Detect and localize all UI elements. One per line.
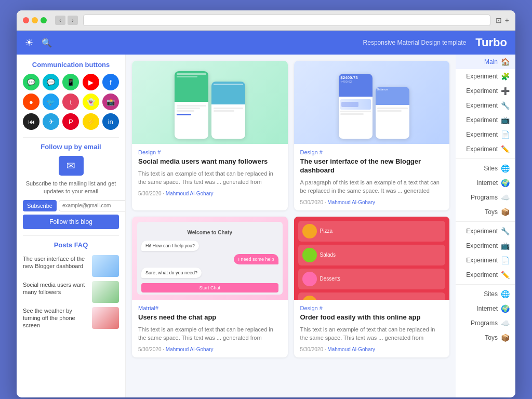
social-btn-pinterest[interactable]: P: [62, 113, 79, 130]
social-btn-reddit[interactable]: ●: [23, 94, 39, 110]
social-btn-instagram[interactable]: 📸: [102, 94, 119, 110]
search-icon[interactable]: 🔍: [42, 38, 52, 48]
sidebar-label-sites: Sites: [484, 165, 498, 172]
close-dot[interactable]: [23, 17, 29, 23]
card-meta-3: 5/30/2020 · Mahmoud Al-Gohary: [138, 347, 282, 352]
header-tagline: Responsive Material Design template: [363, 39, 467, 46]
new-tab-button[interactable]: +: [505, 16, 509, 24]
social-btn-snapchat2[interactable]: ⚡: [83, 113, 99, 130]
sidebar-item-sites-2[interactable]: Sites 🌐: [456, 287, 515, 301]
sidebar-item-exp7[interactable]: Experiment 🔧: [456, 224, 515, 238]
card-1[interactable]: Design # Social media users want many fo…: [132, 61, 288, 210]
social-btn-facebook[interactable]: f: [102, 74, 119, 90]
social-btn-telegram[interactable]: ✈: [43, 113, 59, 130]
card-meta-2: 5/30/2020 · Mahmoud Al-Gohary: [300, 200, 444, 205]
phone-3: $2400.73 +450.62: [339, 74, 373, 139]
nav-back-button[interactable]: ‹: [55, 16, 65, 25]
card-title-4: Order food easily with this online app: [300, 313, 444, 322]
card-2[interactable]: $2400.73 +450.62: [294, 61, 450, 210]
faq-thumb-3: [92, 307, 119, 329]
share-button[interactable]: ⊡: [496, 16, 502, 24]
card-title-1: Social media users want many followers: [138, 157, 282, 166]
card-body-2: Design # The user interface of the new B…: [294, 144, 450, 210]
sidebar-item-main[interactable]: Main 🏠: [456, 55, 515, 69]
minimize-dot[interactable]: [32, 17, 38, 23]
chat-bubble-right-1: I need some help: [234, 254, 278, 264]
theme-toggle-icon[interactable]: ☀: [25, 37, 33, 48]
email-section: ✉ Subscribe to the mailing list and get …: [23, 156, 119, 229]
social-btn-chat[interactable]: 💬: [43, 74, 59, 90]
app-header: ☀ 🔍 Responsive Material Design template …: [17, 31, 515, 55]
food-circle-desserts: [302, 272, 317, 286]
card-image-1: [132, 61, 288, 144]
browser-nav: ‹ ›: [55, 16, 78, 25]
chat-cta-button[interactable]: Start Chat: [141, 283, 278, 292]
doc-icon-2: 📄: [501, 256, 510, 264]
globe-icon: 🌐: [501, 164, 510, 172]
sidebar-item-programs[interactable]: Programs ☁️: [456, 190, 515, 205]
social-btn-next1[interactable]: ⏮: [23, 113, 39, 130]
card-category-1: Design #: [138, 149, 282, 155]
sidebar-item-exp3[interactable]: Experiment 🔧: [456, 98, 515, 113]
sidebar-label-main: Main: [484, 58, 498, 65]
email-input[interactable]: [59, 200, 126, 211]
sidebar-item-sites[interactable]: Sites 🌐: [456, 161, 515, 176]
social-btn-twitter[interactable]: 🐦: [43, 94, 59, 110]
social-btn-linkedin[interactable]: in: [102, 113, 119, 130]
sidebar-item-exp4[interactable]: Experiment 📺: [456, 113, 515, 127]
cloud-icon-2: ☁️: [501, 319, 510, 327]
social-btn-snapchat[interactable]: 👻: [83, 94, 99, 110]
card-3[interactable]: Welcome to Chaty Hi! How can I help you?…: [132, 217, 288, 357]
sidebar-label-exp5: Experiment: [466, 131, 498, 138]
monitor-icon-2: 📺: [501, 242, 510, 250]
card-category-4: Design #: [300, 305, 444, 311]
address-bar[interactable]: [83, 15, 490, 26]
phone-mockup-1: [169, 61, 250, 144]
sidebar-item-exp5[interactable]: Experiment 📄: [456, 127, 515, 142]
food-text-pizza: Pizza: [320, 228, 332, 234]
card-title-3: Users need the chat app: [138, 313, 282, 322]
faq-item-1[interactable]: The user interface of the new Blogger da…: [23, 255, 119, 277]
faq-item-3[interactable]: See the weather by turning off the phone…: [23, 307, 119, 329]
social-btn-tumblr[interactable]: t: [62, 94, 79, 110]
social-btn-youtube[interactable]: ▶: [83, 74, 99, 90]
sidebar-item-internet-2[interactable]: Internet 🌍: [456, 301, 515, 316]
faq-section-title: Posts FAQ: [23, 241, 119, 249]
email-icon-wrapper: ✉: [59, 156, 84, 176]
sidebar-item-exp9[interactable]: Experiment 📄: [456, 253, 515, 268]
sidebar-divider-2: [456, 221, 515, 222]
box-icon-2: 📦: [501, 334, 510, 342]
sidebar-item-exp1[interactable]: Experiment 🧩: [456, 69, 515, 84]
sidebar-label-toys-2: Toys: [485, 334, 498, 341]
sidebar: Main 🏠 Experiment 🧩 Experiment ➕ Experim…: [456, 55, 515, 397]
food-text-salads: Salads: [320, 252, 336, 258]
cards-grid: Design # Social media users want many fo…: [132, 61, 449, 357]
card-4[interactable]: Pizza Salads Desserts: [294, 217, 450, 357]
sidebar-item-programs-2[interactable]: Programs ☁️: [456, 316, 515, 330]
faq-text-1: The user interface of the new Blogger da…: [23, 255, 89, 270]
sidebar-item-toys-2[interactable]: Toys 📦: [456, 330, 515, 345]
faq-item-2[interactable]: Social media users want many followers: [23, 281, 119, 303]
subscribe-button[interactable]: Subscribe: [23, 200, 57, 211]
maximize-dot[interactable]: [41, 17, 47, 23]
card-meta-4: 5/30/2020 · Mahmoud Al-Gohary: [300, 347, 444, 352]
home-icon: 🏠: [501, 58, 510, 66]
social-btn-whatsapp[interactable]: 💬: [23, 74, 39, 90]
card-desc-4: This text is an example of text that can…: [300, 325, 444, 342]
social-btn-whatsapp2[interactable]: 📱: [62, 74, 79, 90]
sidebar-item-exp6[interactable]: Experiment ✏️: [456, 142, 515, 156]
phone-mockup-2: $2400.73 +450.62: [328, 61, 415, 144]
sidebar-label-exp10: Experiment: [466, 271, 498, 278]
sidebar-item-exp10[interactable]: Experiment ✏️: [456, 268, 515, 282]
sidebar-item-exp2[interactable]: Experiment ➕: [456, 84, 515, 98]
faq-text-3: See the weather by turning off the phone…: [23, 307, 89, 329]
email-icon: ✉: [66, 159, 75, 172]
food-circle-pasta: [302, 296, 317, 300]
sidebar-item-internet[interactable]: Internet 🌍: [456, 176, 515, 190]
nav-forward-button[interactable]: ›: [68, 16, 78, 25]
sidebar-item-toys[interactable]: Toys 📦: [456, 205, 515, 219]
browser-dots: [23, 17, 47, 23]
follow-blog-button[interactable]: Follow this blog: [23, 215, 119, 229]
sidebar-item-exp8[interactable]: Experiment 📺: [456, 238, 515, 253]
card-category-2: Design #: [300, 149, 444, 155]
